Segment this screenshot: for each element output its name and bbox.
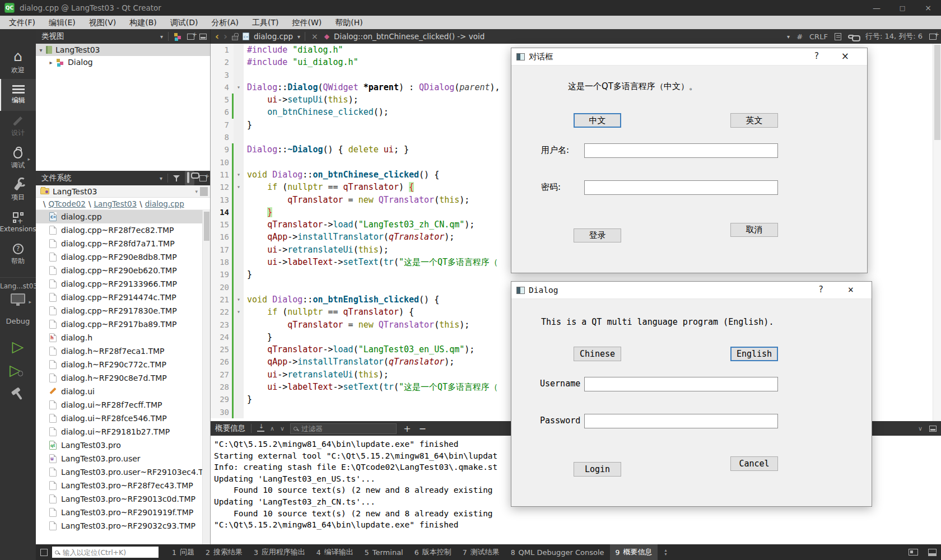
login-button[interactable]: Login — [574, 462, 621, 477]
symbol-dropdown-icon[interactable]: ▾ — [787, 34, 790, 40]
fold-marker-icon[interactable]: ▾ — [234, 293, 244, 306]
line-number[interactable]: 23 — [211, 319, 232, 331]
run-button[interactable]: ▷ — [0, 334, 36, 358]
line-number[interactable]: 26 — [211, 356, 232, 368]
sidebar-toggle-icon[interactable] — [40, 549, 48, 556]
gutter[interactable]: 16 — [211, 231, 244, 243]
file-item[interactable]: dialog.cpp~RF2917ba89.TMP — [36, 318, 210, 331]
class-sync-icon[interactable] — [174, 33, 182, 40]
class-view-title[interactable]: 类视图 — [41, 31, 64, 41]
sidebar-item-welcome[interactable]: 欢迎 — [0, 47, 36, 79]
gutter[interactable]: 11▾ — [211, 169, 244, 181]
output-tab-9[interactable]: 9概要信息 — [610, 544, 658, 560]
gutter[interactable]: 3 — [211, 69, 244, 81]
debug-run-button[interactable]: ▷ — [0, 358, 36, 381]
gutter[interactable]: 18 — [211, 256, 244, 268]
gutter[interactable]: 25 — [211, 343, 244, 356]
line-number[interactable]: 4 — [211, 81, 232, 94]
editor-scrollbar[interactable] — [933, 44, 941, 421]
close-document-icon[interactable]: × — [310, 32, 320, 41]
chinese-language-button[interactable]: 中文 — [574, 113, 621, 128]
gutter[interactable]: 29 — [211, 393, 244, 405]
line-number[interactable]: 3 — [211, 69, 232, 81]
zoom-out-icon[interactable]: − — [418, 423, 427, 434]
line-number[interactable]: 20 — [211, 281, 232, 293]
sidebar-item-debug[interactable]: ▸调试 — [0, 143, 36, 175]
filter-icon[interactable] — [173, 175, 180, 181]
cancel-button[interactable]: Cancel — [730, 456, 778, 471]
gutter[interactable]: 13 — [211, 194, 244, 206]
line-number[interactable]: 7 — [211, 119, 232, 131]
line-number[interactable]: 18 — [211, 256, 232, 268]
line-number[interactable]: 9 — [211, 143, 232, 156]
file-item[interactable]: dialog.ui~RF28f7ecff.TMP — [36, 398, 210, 412]
file-item[interactable]: dialog.cpp~RF29133966.TMP — [36, 277, 210, 291]
save-log-icon[interactable] — [257, 425, 264, 432]
menu-工具(T)[interactable]: 工具(T) — [245, 16, 285, 29]
line-number[interactable]: 15 — [211, 218, 232, 231]
line-number[interactable]: 14 — [211, 206, 232, 218]
file-system-root-row[interactable]: LangTest03 ▾ — [36, 185, 210, 198]
filter-input[interactable] — [300, 424, 393, 433]
fold-marker-icon[interactable]: ▾ — [234, 81, 244, 94]
line-number[interactable]: 12 — [211, 181, 232, 193]
gutter[interactable]: 14 — [211, 206, 244, 218]
english-language-button[interactable]: 英文 — [730, 113, 778, 128]
close-button[interactable]: × — [845, 284, 857, 295]
file-item[interactable]: dialog.cpp~RF28fd7a71.TMP — [36, 237, 210, 250]
gutter[interactable]: 30 — [211, 406, 244, 418]
line-ending-select[interactable]: CRLF — [809, 32, 828, 41]
chinese-language-button[interactable]: Chinese — [574, 347, 621, 361]
file-item[interactable]: dialog.cpp~RF2914474c.TMP — [36, 291, 210, 304]
gutter[interactable]: 6 — [211, 106, 244, 118]
sidebar-item-extensions[interactable]: Extensions — [0, 207, 36, 239]
line-number[interactable]: 6 — [211, 106, 232, 118]
line-number[interactable]: 2 — [211, 56, 232, 68]
gutter[interactable]: 26 — [211, 356, 244, 368]
output-tab-3[interactable]: 3应用程序输出 — [248, 544, 311, 560]
maximize-pane-icon[interactable] — [929, 426, 937, 432]
password-input[interactable] — [584, 414, 778, 428]
file-item[interactable]: dialog.cpp~RF28f7ec82.TMP — [36, 223, 210, 237]
line-number[interactable]: 24 — [211, 331, 232, 343]
gutter[interactable]: 7 — [211, 119, 244, 131]
username-input[interactable] — [584, 143, 778, 158]
file-item[interactable]: dialog.h~RF28f7eca1.TMP — [36, 344, 210, 358]
gutter[interactable]: 9 — [211, 143, 244, 156]
line-number[interactable]: 16 — [211, 231, 232, 243]
build-button[interactable] — [0, 381, 36, 405]
gutter[interactable]: 28 — [211, 381, 244, 393]
output-tab-8[interactable]: 8QML Debugger Console — [505, 544, 610, 560]
english-language-button[interactable]: English — [730, 347, 778, 361]
sidebar-item-help[interactable]: 帮助 — [0, 239, 36, 270]
open-document-name[interactable]: dialog.cpp — [254, 32, 293, 41]
output-filter[interactable] — [290, 423, 397, 434]
menu-控件(W)[interactable]: 控件(W) — [286, 16, 329, 29]
chevron-right-icon[interactable]: ▸ — [46, 59, 56, 66]
close-button[interactable]: × — [915, 0, 941, 16]
scrollbar-thumb[interactable] — [204, 212, 209, 241]
line-number[interactable]: 13 — [211, 194, 232, 206]
line-number[interactable]: 19 — [211, 268, 232, 281]
preprocessor-icon[interactable]: # — [796, 32, 803, 41]
file-item[interactable]: LangTest03.pro~RF28f7ec43.TMP — [36, 479, 210, 492]
line-number[interactable]: 8 — [211, 131, 232, 143]
gutter[interactable]: 2 — [211, 56, 244, 68]
collapse-pane-icon[interactable]: ∨ — [918, 425, 923, 432]
line-number[interactable]: 28 — [211, 381, 232, 393]
file-item[interactable]: dialog.h~RF290c772c.TMP — [36, 358, 210, 371]
line-number[interactable]: 21 — [211, 293, 232, 306]
file-list-scrollbar[interactable] — [202, 210, 210, 544]
file-item[interactable]: dialog.cpp~RF2917830e.TMP — [36, 304, 210, 318]
split-pane-icon[interactable] — [199, 175, 207, 181]
line-number[interactable]: 30 — [211, 406, 232, 418]
file-properties-icon[interactable] — [835, 33, 841, 40]
line-number[interactable]: 22 — [211, 306, 232, 318]
file-item[interactable]: LangTest03.pro.user — [36, 452, 210, 465]
dialog-titlebar[interactable]: Dialog ? × — [511, 282, 872, 299]
zoom-in-icon[interactable]: + — [402, 423, 412, 434]
chevron-up-icon[interactable]: ∧ — [270, 425, 274, 432]
close-button[interactable]: × — [838, 50, 853, 62]
output-tab-2[interactable]: 2搜索结果 — [200, 544, 248, 560]
chevron-down-icon[interactable]: ▾ — [36, 47, 46, 53]
